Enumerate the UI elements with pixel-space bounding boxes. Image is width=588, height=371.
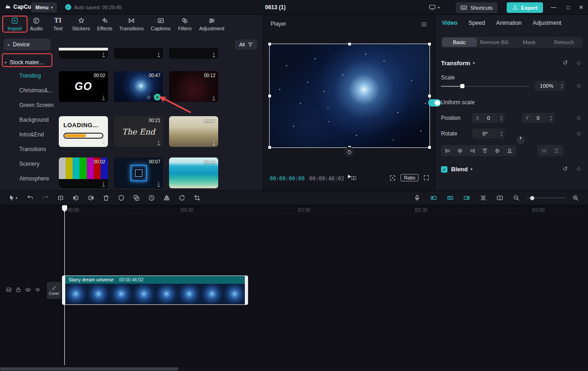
align-right-button[interactable] bbox=[466, 146, 479, 156]
media-thumbnail-partial[interactable]: ↓ bbox=[59, 48, 108, 59]
select-tool-button[interactable]: ▾ bbox=[5, 192, 21, 203]
track-mute-toggle[interactable] bbox=[35, 287, 41, 293]
ruler-mark[interactable]: |01:30 bbox=[415, 208, 428, 213]
auto-snap-toggle[interactable] bbox=[444, 192, 456, 203]
zoom-out-button[interactable] bbox=[510, 192, 522, 203]
main-track-magnet-toggle[interactable] bbox=[427, 192, 440, 203]
mirror-button[interactable] bbox=[160, 192, 173, 203]
uniform-scale-toggle[interactable] bbox=[428, 99, 441, 107]
stepper-up-icon[interactable]: ▴ bbox=[550, 115, 552, 118]
tab-effects[interactable]: Effects bbox=[94, 17, 115, 31]
split-button[interactable] bbox=[54, 192, 67, 203]
media-thumbnail-grass[interactable]: 00:27 ↓ bbox=[169, 116, 218, 147]
timeline-scrollbar-handle[interactable] bbox=[0, 367, 178, 371]
distribute-horizontal-button[interactable] bbox=[538, 146, 550, 156]
tab-adjustment-inspector[interactable]: Adjustment bbox=[533, 20, 562, 26]
rotate-handle-button[interactable] bbox=[344, 147, 354, 157]
blend-keyframe-icon[interactable]: ◇ bbox=[577, 166, 581, 172]
ruler-mark[interactable]: 00:00 bbox=[68, 208, 79, 213]
blend-checkbox[interactable]: ✓ bbox=[441, 166, 447, 173]
zoom-slider-handle[interactable] bbox=[530, 196, 534, 200]
blend-section-header[interactable]: Blend ▾ bbox=[451, 166, 472, 173]
download-icon[interactable]: ↓ bbox=[102, 180, 105, 187]
video-preview[interactable] bbox=[269, 44, 430, 148]
download-icon[interactable]: ↓ bbox=[102, 139, 105, 146]
tab-animation[interactable]: Animation bbox=[496, 20, 522, 26]
sidebar-item-intro-end[interactable]: Intro&End bbox=[0, 127, 54, 142]
selection-handle[interactable] bbox=[428, 146, 431, 149]
media-thumbnail-neon[interactable]: 00:07 ↓ bbox=[114, 157, 163, 188]
position-y-input[interactable]: Y 0 ▴▾ bbox=[522, 113, 554, 123]
media-thumbnail-beach[interactable]: 00:10 ↓ bbox=[169, 157, 218, 188]
scale-slider-handle[interactable] bbox=[460, 84, 464, 88]
overlay-button[interactable] bbox=[130, 192, 142, 203]
stepper-down-icon[interactable]: ▾ bbox=[501, 134, 502, 137]
redo-button[interactable] bbox=[39, 192, 51, 203]
track-thumbnail-toggle[interactable] bbox=[6, 287, 12, 293]
selection-handle[interactable] bbox=[348, 43, 351, 45]
tab-filters[interactable]: Filters bbox=[175, 17, 195, 31]
align-center-vertical-button[interactable] bbox=[491, 146, 503, 156]
preview-focus-icon[interactable] bbox=[389, 174, 396, 181]
preview-axis-button[interactable] bbox=[477, 192, 489, 203]
sidebar-item-transitions[interactable]: Transitions bbox=[0, 142, 54, 157]
align-bottom-button[interactable] bbox=[503, 146, 516, 156]
position-keyframe-icon[interactable]: ◇ bbox=[577, 115, 581, 121]
download-icon[interactable]: ↓ bbox=[213, 94, 215, 101]
media-thumbnail-partial[interactable]: ↓ bbox=[114, 48, 163, 59]
position-x-input[interactable]: X 0 ▴▾ bbox=[472, 113, 504, 123]
close-button[interactable]: ✕ bbox=[574, 0, 588, 15]
download-icon[interactable]: ↓ bbox=[213, 139, 215, 146]
tab-video[interactable]: Video bbox=[442, 20, 458, 26]
display-mode-button[interactable]: ▾ bbox=[429, 4, 440, 11]
subtab-mask[interactable]: Mask bbox=[512, 38, 547, 47]
ruler-mark[interactable]: |00:30 bbox=[181, 208, 193, 213]
scale-slider[interactable] bbox=[441, 86, 529, 87]
timeline-clip-starry[interactable]: Starry dream universe 00:00:46:02 bbox=[64, 275, 246, 305]
minimize-button[interactable]: — bbox=[547, 0, 560, 15]
zoom-in-button[interactable] bbox=[569, 192, 582, 203]
menu-button[interactable]: Menu ▾ bbox=[31, 2, 57, 12]
timeline-zoom-slider[interactable] bbox=[526, 197, 565, 198]
track-visibility-toggle[interactable] bbox=[25, 287, 31, 293]
subtab-basic[interactable]: Basic bbox=[442, 38, 477, 47]
stepper-up-icon[interactable]: ▴ bbox=[501, 115, 502, 118]
stepper-down-icon[interactable]: ▾ bbox=[501, 118, 502, 121]
subtab-retouch[interactable]: Retouch bbox=[547, 38, 582, 47]
stepper-up-icon[interactable]: ▴ bbox=[561, 83, 563, 86]
play-button[interactable] bbox=[346, 173, 353, 180]
tab-captions[interactable]: Captions bbox=[148, 17, 173, 31]
fullscreen-icon[interactable] bbox=[423, 174, 430, 181]
delete-right-button[interactable] bbox=[85, 192, 97, 203]
rotate-button[interactable] bbox=[175, 192, 188, 203]
download-icon[interactable]: ↓ bbox=[158, 139, 160, 146]
clip-trim-handle-right[interactable] bbox=[245, 275, 248, 305]
sidebar-item-christmas[interactable]: Christmas&... bbox=[0, 83, 54, 98]
undo-button[interactable] bbox=[24, 192, 36, 203]
freeze-frame-button[interactable] bbox=[145, 192, 158, 203]
favorite-star-icon[interactable]: ☆ bbox=[146, 95, 151, 100]
align-left-button[interactable] bbox=[441, 146, 454, 156]
selection-handle[interactable] bbox=[268, 43, 271, 45]
stepper-up-icon[interactable]: ▴ bbox=[501, 130, 502, 134]
selection-handle[interactable] bbox=[428, 43, 431, 45]
playhead-line[interactable] bbox=[64, 207, 65, 365]
mask-button[interactable] bbox=[115, 192, 127, 203]
download-icon[interactable]: ↓ bbox=[158, 180, 160, 187]
ruler-mark[interactable]: |02:00 bbox=[532, 208, 545, 213]
link-track-toggle[interactable] bbox=[460, 192, 473, 203]
maximize-button[interactable]: □ bbox=[561, 0, 575, 15]
player-menu-button[interactable] bbox=[420, 21, 428, 28]
selection-handle[interactable] bbox=[428, 95, 431, 97]
tab-audio[interactable]: Audio bbox=[26, 17, 46, 31]
align-center-horizontal-button[interactable] bbox=[454, 146, 466, 156]
media-thumbnail-loading[interactable]: LOADING... ↓ bbox=[59, 116, 108, 147]
ratio-button[interactable]: Ratio bbox=[401, 174, 418, 181]
subtab-remove-bg[interactable]: Remove BG bbox=[477, 38, 512, 47]
ruler-mark[interactable]: |01:00 bbox=[298, 208, 311, 213]
crop-button[interactable] bbox=[191, 192, 203, 203]
tab-speed[interactable]: Speed bbox=[469, 20, 485, 26]
selection-handle[interactable] bbox=[268, 95, 271, 97]
tab-import[interactable]: Import bbox=[5, 17, 25, 31]
tab-adjustment[interactable]: Adjustment bbox=[196, 17, 227, 31]
